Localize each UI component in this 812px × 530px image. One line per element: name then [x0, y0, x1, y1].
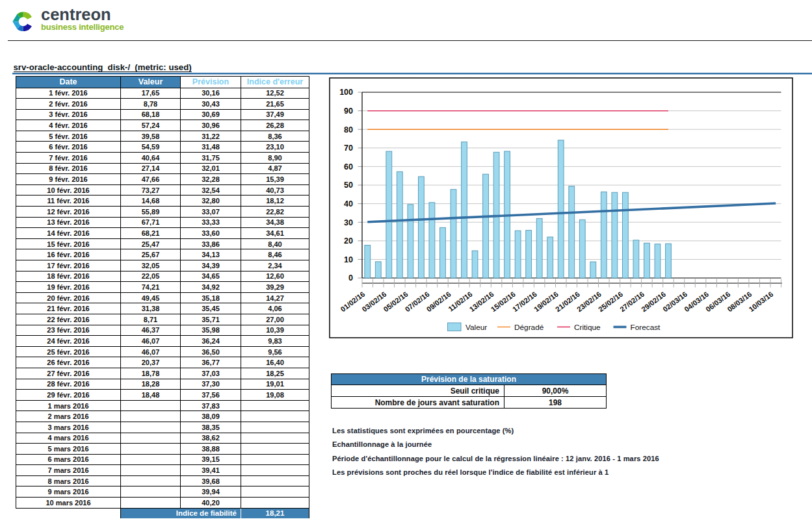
svg-text:100: 100 — [339, 88, 353, 97]
svg-text:70: 70 — [344, 144, 353, 153]
svg-text:20: 20 — [344, 236, 353, 246]
svg-text:Critique: Critique — [574, 323, 601, 332]
svg-text:40: 40 — [344, 199, 353, 208]
svg-text:80: 80 — [344, 125, 353, 134]
svg-text:50: 50 — [344, 181, 353, 190]
svg-text:10: 10 — [344, 255, 353, 264]
svg-text:Valeur: Valeur — [465, 323, 487, 332]
svg-text:Forecast: Forecast — [631, 323, 661, 332]
svg-text:60: 60 — [344, 162, 353, 171]
svg-text:0: 0 — [348, 273, 353, 283]
svg-text:90: 90 — [344, 107, 353, 116]
svg-text:Dégradé: Dégradé — [514, 323, 544, 332]
svg-text:30: 30 — [344, 218, 353, 227]
